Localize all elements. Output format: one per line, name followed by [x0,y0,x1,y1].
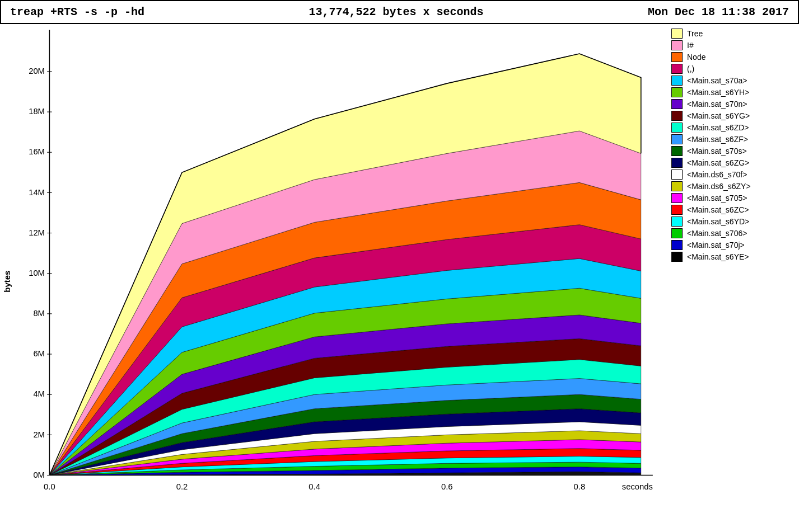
legend-item-label: <Main.sat_s70s> [687,147,747,156]
legend-item-label: Node [687,53,705,62]
heap-profile-chart: 0M 2M 4M 6M 8M 10M 12M 14M 16M [14,24,665,517]
svg-text:0.4: 0.4 [309,482,320,491]
legend-item-label: <Main.sat_s6YE> [687,252,749,261]
legend-item: <Main.sat_s6ZD> [671,123,792,133]
legend-color-box [671,99,683,109]
legend: TreeI#Node(,)<Main.sat_s70a><Main.sat_s6… [665,24,799,532]
svg-text:4M: 4M [33,389,45,398]
legend-color-box [671,134,683,144]
legend-item: <Main.sat_s6ZG> [671,158,792,168]
legend-item: <Main.sat_s70j> [671,240,792,250]
legend-item-label: <Main.sat_s70j> [687,241,745,249]
legend-color-box [671,52,683,62]
legend-item-label: <Main.sat_s706> [687,229,747,238]
svg-text:6M: 6M [33,349,45,358]
legend-item-label: I# [687,41,694,50]
legend-item-label: <Main.sat_s70a> [687,76,747,85]
legend-color-box [671,76,683,86]
legend-item: <Main.sat_s6YD> [671,216,792,227]
legend-item: <Main.sat_s6ZF> [671,134,792,144]
svg-text:2M: 2M [33,430,45,439]
legend-color-box [671,64,683,74]
legend-item-label: Tree [687,29,703,38]
legend-color-box [671,40,683,50]
legend-item: Node [671,52,792,62]
header-subtitle: 13,774,522 bytes x seconds [309,6,483,18]
legend-color-box [671,252,683,262]
legend-color-box [671,29,683,39]
legend-color-box [671,216,683,227]
legend-item: <Main.sat_s6YE> [671,252,792,262]
legend-color-box [671,170,683,180]
legend-item: <Main.sat_s6YG> [671,111,792,121]
legend-item-label: <Main.ds6_s70f> [687,170,747,179]
svg-text:0.6: 0.6 [441,482,453,491]
legend-item: Tree [671,29,792,39]
chart-and-legend: 0M 2M 4M 6M 8M 10M 12M 14M 16M [14,24,799,532]
legend-item-label: <Main.ds6_s6ZY> [687,182,751,191]
svg-text:16M: 16M [29,147,45,156]
svg-text:0M: 0M [33,470,45,479]
legend-item: I# [671,40,792,50]
legend-item: <Main.sat_s6ZC> [671,205,792,215]
legend-item: <Main.sat_s706> [671,228,792,238]
legend-item-label: <Main.sat_s70n> [687,100,747,109]
legend-item: <Main.sat_s6YH> [671,87,792,97]
svg-text:0.8: 0.8 [574,482,586,491]
legend-color-box [671,228,683,238]
svg-text:seconds: seconds [622,482,653,491]
legend-item: <Main.sat_s70n> [671,99,792,109]
legend-item: <Main.sat_s70s> [671,146,792,156]
svg-text:20M: 20M [29,67,45,76]
legend-item: <Main.sat_s705> [671,193,792,203]
svg-text:14M: 14M [29,188,45,197]
legend-color-box [671,111,683,121]
legend-color-box [671,158,683,168]
legend-color-box [671,123,683,133]
svg-text:0.0: 0.0 [44,482,55,491]
svg-text:0.2: 0.2 [176,482,188,491]
y-axis-label: bytes [0,24,14,532]
svg-text:8M: 8M [33,309,45,318]
legend-item-label: <Main.sat_s6YD> [687,217,749,226]
header: treap +RTS -s -p -hd 13,774,522 bytes x … [0,0,799,24]
svg-text:12M: 12M [29,228,45,237]
legend-color-box [671,181,683,191]
legend-item-label: <Main.sat_s6ZD> [687,123,749,132]
legend-color-box [671,193,683,203]
legend-item-label: <Main.sat_s705> [687,194,747,203]
legend-item: <Main.ds6_s70f> [671,170,792,180]
legend-item: <Main.sat_s70a> [671,76,792,86]
legend-item: <Main.ds6_s6ZY> [671,181,792,191]
legend-item-label: <Main.sat_s6YG> [687,111,750,120]
legend-color-box [671,205,683,215]
legend-color-box [671,146,683,156]
chart-area: bytes 0M 2M 4M 6M 8M [0,24,799,532]
header-date: Mon Dec 18 11:38 2017 [648,6,789,18]
legend-item-label: <Main.sat_s6ZF> [687,135,748,144]
header-title: treap +RTS -s -p -hd [10,6,144,18]
main-container: treap +RTS -s -p -hd 13,774,522 bytes x … [0,0,799,532]
chart-wrapper: 0M 2M 4M 6M 8M 10M 12M 14M 16M [14,24,665,532]
legend-item-label: <Main.sat_s6ZG> [687,158,749,167]
legend-item: (,) [671,64,792,74]
legend-color-box [671,240,683,250]
legend-item-label: (,) [687,64,694,73]
legend-item-label: <Main.sat_s6ZC> [687,205,749,214]
svg-text:18M: 18M [29,107,45,116]
legend-item-label: <Main.sat_s6YH> [687,88,749,97]
svg-text:10M: 10M [29,269,45,277]
legend-color-box [671,87,683,97]
